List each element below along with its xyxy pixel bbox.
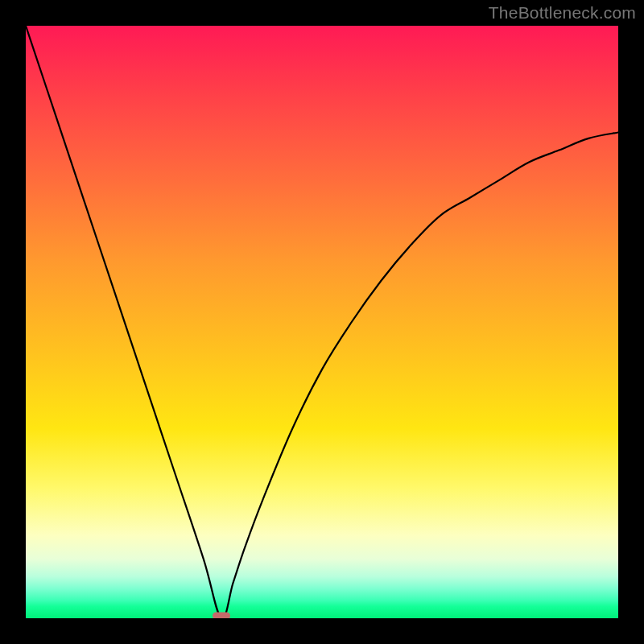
- watermark-text: TheBottleneck.com: [489, 3, 636, 23]
- minimum-marker: [213, 613, 230, 619]
- chart-frame: TheBottleneck.com: [0, 0, 644, 644]
- plot-area: [26, 26, 618, 618]
- bottleneck-curve: [26, 26, 618, 618]
